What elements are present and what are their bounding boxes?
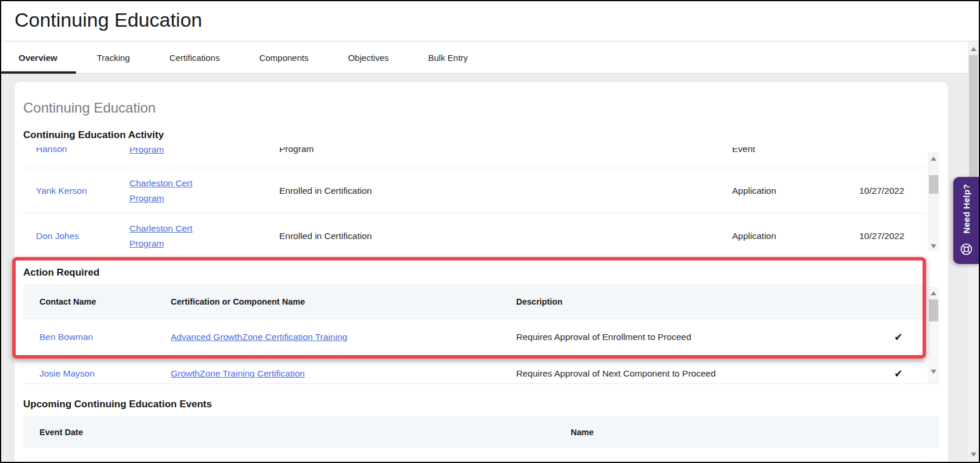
page-title: Continuing Education (15, 9, 202, 31)
table-row: Josie Mayson GrowthZone Training Certifi… (23, 355, 927, 384)
contact-link[interactable]: Yank Kerson (23, 184, 129, 198)
scroll-down-arrow-icon[interactable] (928, 242, 939, 250)
column-header-name: Name (571, 428, 939, 437)
tab-components[interactable]: Components (259, 42, 308, 73)
column-header-certification: Certification or Component Name (171, 297, 516, 306)
contact-link[interactable]: Hanson (23, 147, 129, 156)
activity-status: Program (279, 147, 732, 156)
activity-type: Application (732, 229, 859, 243)
check-icon: ✔ (876, 331, 927, 343)
tab-certifications[interactable]: Certifications (170, 42, 220, 73)
content-card: Continuing Education Continuing Educatio… (15, 82, 948, 462)
action-description: Requires Approval of Next Component to P… (516, 368, 876, 379)
tab-objectives[interactable]: Objectives (348, 42, 388, 73)
need-help-button[interactable]: Need Help? (953, 177, 979, 264)
certification-link[interactable]: GrowthZone Training Certification (171, 368, 305, 378)
column-header-description: Description (516, 297, 876, 306)
contact-link[interactable]: Ben Bowman (23, 332, 171, 342)
contact-link[interactable]: Don Johes (23, 229, 129, 243)
scroll-up-arrow-icon[interactable] (928, 289, 939, 297)
tab-tracking[interactable]: Tracking (97, 42, 130, 73)
scrollbar-thumb[interactable] (929, 299, 938, 321)
scroll-down-arrow-icon[interactable] (968, 450, 979, 458)
action-required-scrollbar[interactable] (928, 287, 939, 384)
activity-status: Enrolled in Certification (279, 229, 732, 243)
certification-link[interactable]: Advanced GrowthZone Certification Traini… (171, 332, 347, 342)
tab-overview[interactable]: Overview (19, 42, 57, 73)
table-row: Yank Kerson Charleston Cert Program Enro… (23, 168, 927, 214)
column-header-contact: Contact Name (23, 297, 171, 306)
contact-link[interactable]: Josie Mayson (23, 368, 171, 379)
tab-bar: Overview Tracking Certifications Compone… (0, 42, 980, 74)
scrollbar-thumb[interactable] (929, 175, 938, 194)
table-row: Don Johes Charleston Cert Program Enroll… (23, 214, 927, 251)
tab-bulk-entry[interactable]: Bulk Entry (428, 42, 467, 73)
activity-table-scrollbar[interactable] (928, 152, 939, 251)
app-window: Continuing Education Overview Tracking C… (0, 0, 980, 463)
table-row: Hanson Program Program Event (23, 147, 927, 168)
scroll-up-arrow-icon[interactable] (968, 45, 979, 53)
check-icon: ✔ (876, 367, 927, 380)
certification-link[interactable]: Program (129, 147, 164, 157)
card-title: Continuing Education (23, 100, 156, 116)
need-help-label: Need Help? (961, 184, 971, 234)
activity-heading: Continuing Education Activity (23, 129, 164, 141)
activity-type: Event (732, 147, 859, 156)
page-header: Continuing Education (0, 0, 980, 41)
column-header-event-date: Event Date (23, 428, 571, 437)
table-row (23, 448, 927, 458)
activity-date: 10/27/2022 (859, 229, 927, 243)
upcoming-events-table: Event Date Name (23, 416, 939, 458)
table-header-row: Contact Name Certification or Component … (23, 284, 927, 319)
table-row: Ben Bowman Advanced GrowthZone Certifica… (23, 319, 927, 355)
activity-type: Application (732, 184, 859, 198)
table-header-row: Event Date Name (23, 416, 939, 448)
activity-table: Hanson Program Program Event Yank Kerson… (23, 147, 939, 251)
certification-link[interactable]: Charleston Cert Program (129, 221, 217, 251)
scroll-up-arrow-icon[interactable] (928, 154, 939, 162)
activity-date: 10/27/2022 (859, 184, 927, 198)
action-description: Requires Approval of Enrollment to Proce… (516, 332, 876, 342)
upcoming-events-heading: Upcoming Continuing Education Events (23, 399, 212, 410)
action-required-heading: Action Required (23, 267, 99, 278)
action-required-table: Contact Name Certification or Component … (23, 284, 939, 384)
activity-status: Enrolled in Certification (279, 184, 732, 198)
life-ring-icon (959, 242, 974, 259)
certification-link[interactable]: Charleston Cert Program (129, 176, 217, 206)
scroll-down-arrow-icon[interactable] (928, 367, 939, 375)
